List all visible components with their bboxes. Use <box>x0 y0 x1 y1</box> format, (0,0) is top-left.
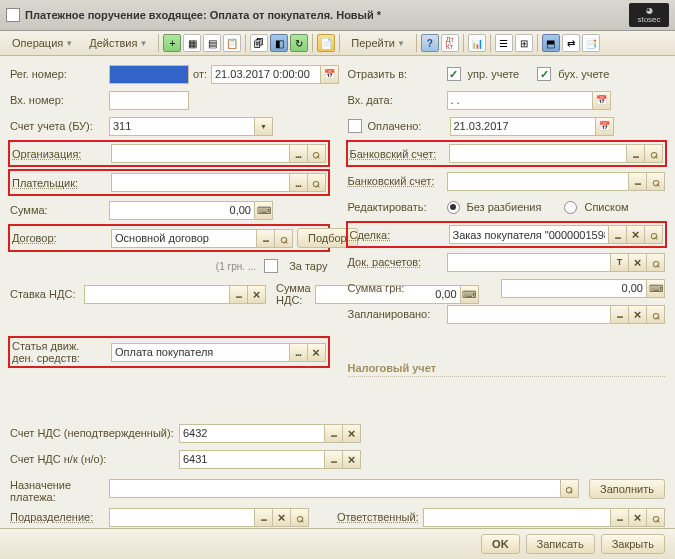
vat-rate-clear[interactable] <box>247 285 266 304</box>
contract-select[interactable] <box>256 229 275 248</box>
division-label[interactable]: Подразделение: <box>10 511 105 523</box>
from-date-picker[interactable] <box>320 65 339 84</box>
contract-input[interactable] <box>111 229 257 248</box>
division-clear[interactable] <box>272 508 291 527</box>
movement-input[interactable] <box>111 343 290 362</box>
bank-acc-search[interactable] <box>644 144 663 163</box>
org-select[interactable] <box>289 144 308 163</box>
vat-nk-select[interactable] <box>324 450 343 469</box>
toolbar-icon-2[interactable]: ▦ <box>183 34 201 52</box>
division-select[interactable] <box>254 508 273 527</box>
division-input[interactable] <box>109 508 255 527</box>
deal-search[interactable] <box>644 225 663 244</box>
toolbar-icon-8[interactable]: 📄 <box>317 34 335 52</box>
toolbar-icon-13[interactable]: ⇄ <box>562 34 580 52</box>
vat-rate-input[interactable] <box>84 285 230 304</box>
planned-clear[interactable] <box>628 305 647 324</box>
paid-date-picker[interactable] <box>595 117 614 136</box>
planned-select[interactable] <box>610 305 629 324</box>
contract-label[interactable]: Договор: <box>12 232 107 244</box>
reg-no-input[interactable] <box>109 65 189 84</box>
responsible-input[interactable] <box>423 508 611 527</box>
bank-acc-label[interactable]: Банковский счет: <box>350 148 445 160</box>
purpose-input[interactable] <box>109 479 561 498</box>
doc-calc-clear[interactable] <box>628 253 647 272</box>
responsible-select[interactable] <box>610 508 629 527</box>
sum-grn-input[interactable] <box>501 279 647 298</box>
ok-button[interactable]: OK <box>481 534 520 554</box>
help-icon[interactable]: ? <box>421 34 439 52</box>
division-search[interactable] <box>290 508 309 527</box>
toolbar-icon-add[interactable]: + <box>163 34 181 52</box>
bank-acc2-search[interactable] <box>646 172 665 191</box>
planned-search[interactable] <box>646 305 665 324</box>
bank-acc-select[interactable] <box>626 144 645 163</box>
deal-clear[interactable] <box>626 225 645 244</box>
fill-button[interactable]: Заполнить <box>589 479 665 499</box>
toolbar-icon-9[interactable]: 📊 <box>468 34 486 52</box>
dtkt-icon[interactable]: ДтКт <box>441 34 459 52</box>
toolbar-icon-7[interactable]: ↻ <box>290 34 308 52</box>
contract-search[interactable] <box>274 229 293 248</box>
toolbar-icon-3[interactable]: ▤ <box>203 34 221 52</box>
vat-unconf-input[interactable] <box>179 424 325 443</box>
in-date-picker[interactable] <box>592 91 611 110</box>
deal-select[interactable] <box>608 225 627 244</box>
account-bu-input[interactable] <box>109 117 255 136</box>
sum-calc[interactable] <box>254 201 273 220</box>
payer-select[interactable] <box>289 173 308 192</box>
from-date-input[interactable] <box>211 65 321 84</box>
org-input[interactable] <box>111 144 290 163</box>
deal-input[interactable] <box>449 225 610 244</box>
vat-rate-select[interactable] <box>229 285 248 304</box>
toolbar-icon-5[interactable]: 🗐 <box>250 34 268 52</box>
payer-search[interactable] <box>307 173 326 192</box>
toolbar-icon-10[interactable]: ☰ <box>495 34 513 52</box>
vat-rate-label: Ставка НДС: <box>10 288 80 300</box>
bank-acc-input[interactable] <box>449 144 628 163</box>
save-button[interactable]: Записать <box>526 534 595 554</box>
bank-acc2-select[interactable] <box>628 172 647 191</box>
toolbar-icon-4[interactable]: 📋 <box>223 34 241 52</box>
account-bu-dropdown[interactable] <box>254 117 273 136</box>
bank-acc2-label[interactable]: Банковский счет: <box>348 175 443 187</box>
movement-clear[interactable] <box>307 343 326 362</box>
deal-label[interactable]: Сделка: <box>350 229 445 241</box>
paid-date-input[interactable] <box>450 117 596 136</box>
doc-calc-t[interactable] <box>610 253 629 272</box>
no-split-radio[interactable] <box>447 201 460 214</box>
responsible-label[interactable]: Ответственный: <box>337 511 419 523</box>
toolbar-icon-6[interactable]: ◧ <box>270 34 288 52</box>
list-radio[interactable] <box>564 201 577 214</box>
doc-calc-label[interactable]: Док. расчетов: <box>348 256 443 268</box>
paid-checkbox[interactable] <box>348 119 362 133</box>
doc-calc-search[interactable] <box>646 253 665 272</box>
payer-input[interactable] <box>111 173 290 192</box>
org-label[interactable]: Организация: <box>12 148 107 160</box>
vat-unconf-select[interactable] <box>324 424 343 443</box>
planned-input[interactable] <box>447 305 612 324</box>
operation-menu[interactable]: Операция▼ <box>5 34 80 52</box>
responsible-clear[interactable] <box>628 508 647 527</box>
close-button[interactable]: Закрыть <box>601 534 665 554</box>
acc-checkbox[interactable] <box>537 67 551 81</box>
payer-label[interactable]: Плательщик: <box>12 177 107 189</box>
doc-calc-input[interactable] <box>447 253 612 272</box>
actions-menu[interactable]: Действия▼ <box>82 34 154 52</box>
mgmt-checkbox[interactable] <box>447 67 461 81</box>
in-date-input[interactable] <box>447 91 593 110</box>
goto-menu[interactable]: Перейти▼ <box>344 34 412 52</box>
org-search[interactable] <box>307 144 326 163</box>
toolbar-icon-14[interactable]: 📑 <box>582 34 600 52</box>
toolbar-icon-11[interactable]: ⊞ <box>515 34 533 52</box>
responsible-search[interactable] <box>646 508 665 527</box>
toolbar-icon-12[interactable]: ⬒ <box>542 34 560 52</box>
bank-acc2-input[interactable] <box>447 172 630 191</box>
sum-input[interactable] <box>109 201 255 220</box>
movement-select[interactable] <box>289 343 308 362</box>
in-no-input[interactable] <box>109 91 189 110</box>
sum-grn-calc[interactable] <box>646 279 665 298</box>
vat-nk-input[interactable] <box>179 450 325 469</box>
purpose-search[interactable] <box>560 479 579 498</box>
tara-checkbox[interactable] <box>264 259 278 273</box>
